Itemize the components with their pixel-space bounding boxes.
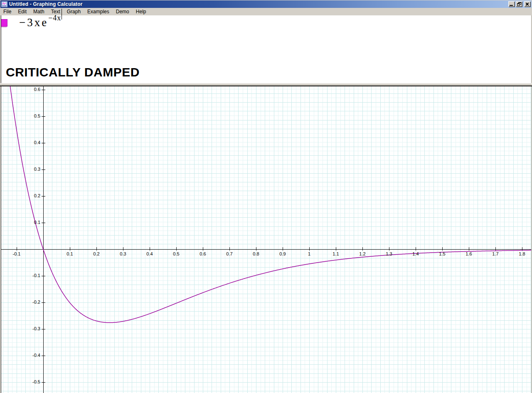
x-tick-label: 1.2 (359, 251, 365, 256)
y-tick (42, 302, 45, 303)
graph-pane[interactable]: -0.10.10.20.30.40.50.60.70.80.911.11.21.… (0, 86, 532, 393)
pane-splitter[interactable] (0, 83, 532, 86)
restore-button[interactable] (516, 1, 522, 7)
y-tick-label: 0.2 (0, 193, 40, 198)
y-tick (42, 329, 45, 329)
x-tick (469, 247, 469, 251)
menu-item-demo[interactable]: Demo (113, 8, 133, 15)
y-tick-label: -0.1 (0, 273, 40, 278)
menubar: File Edit Math Text Graph Examples Demo … (1, 8, 531, 15)
x-tick (389, 247, 389, 251)
app-icon[interactable] (1, 1, 8, 7)
x-tick (176, 247, 177, 251)
x-tick (416, 247, 416, 251)
x-tick (96, 247, 97, 251)
minimize-button[interactable] (508, 1, 515, 7)
x-tick-label: 1.3 (386, 251, 392, 256)
pane-border (0, 15, 1, 83)
x-tick (150, 247, 150, 251)
formula-pane[interactable]: −3xe−4x CRITICALLY DAMPED (0, 15, 532, 83)
y-tick-label: -0.4 (0, 353, 40, 358)
x-tick (442, 247, 443, 251)
x-tick (309, 247, 310, 251)
x-tick-label: 0.4 (146, 251, 153, 256)
equation-exponent: −4x (48, 14, 61, 22)
y-tick-label: 0.1 (0, 220, 40, 225)
x-tick-label: 1.6 (466, 251, 472, 256)
curve-canvas (0, 86, 532, 393)
x-tick-label: 0.5 (173, 251, 179, 256)
y-tick (42, 223, 45, 223)
x-tick-label: 0.8 (253, 251, 259, 256)
y-tick (42, 276, 45, 276)
y-tick (42, 169, 45, 170)
x-tick (522, 247, 522, 251)
y-tick-label: -0.5 (0, 379, 40, 384)
y-tick (42, 196, 45, 196)
x-tick (283, 247, 283, 251)
x-tick-label: 0.3 (120, 251, 126, 256)
x-tick-label: 0.6 (200, 251, 206, 256)
x-tick-label: 0.1 (66, 251, 73, 256)
minimize-icon (510, 5, 513, 6)
x-tick-label: 0.2 (93, 251, 99, 256)
y-tick-label: 0.6 (0, 87, 40, 92)
y-tick-label: 0.5 (0, 113, 40, 118)
y-tick (42, 356, 45, 356)
x-tick-label: 1 (308, 251, 310, 256)
x-tick (256, 247, 256, 251)
y-tick (42, 382, 45, 383)
window-controls (508, 1, 531, 7)
window-title: Untitled - Graphing Calculator (9, 1, 83, 7)
x-tick (495, 247, 496, 251)
function-curve (0, 86, 532, 323)
menu-item-help[interactable]: Help (133, 8, 150, 15)
x-tick-label: 1.1 (332, 251, 339, 256)
x-tick-label: 1.7 (492, 251, 498, 256)
x-tick-label: 1.4 (412, 251, 419, 256)
x-tick-label: 0.7 (226, 251, 232, 256)
x-tick-label: 1.8 (519, 251, 525, 256)
menu-item-graph[interactable]: Graph (64, 8, 84, 15)
pane-border (0, 86, 1, 393)
menu-item-file[interactable]: File (1, 8, 15, 15)
y-tick-label: 0.3 (0, 167, 40, 172)
x-tick (336, 247, 336, 251)
y-tick-label: 0.4 (0, 140, 40, 145)
x-tick (362, 247, 363, 251)
x-tick-label: 0.9 (279, 251, 286, 256)
y-tick (42, 143, 45, 143)
menu-item-math[interactable]: Math (30, 8, 48, 15)
y-tick-label: -0.2 (0, 300, 40, 305)
equation-input[interactable]: −3xe−4x (19, 15, 62, 29)
app-window: Untitled - Graphing Calculator File Edit… (0, 0, 532, 393)
x-tick (70, 247, 70, 251)
x-tick (203, 247, 203, 251)
menu-item-edit[interactable]: Edit (15, 8, 30, 15)
close-button[interactable] (524, 1, 531, 7)
x-tick (17, 247, 17, 251)
x-tick-label: 1.5 (439, 251, 445, 256)
x-tick-label: -0.1 (13, 251, 21, 256)
equation-base: −3xe (19, 16, 48, 29)
x-tick (229, 247, 230, 251)
y-tick-label: -0.3 (0, 326, 40, 331)
y-tick (42, 90, 45, 90)
titlebar[interactable]: Untitled - Graphing Calculator (0, 0, 532, 8)
y-tick (42, 116, 45, 117)
menu-item-examples[interactable]: Examples (84, 8, 113, 15)
text-cursor (62, 9, 62, 20)
x-tick (123, 247, 123, 251)
annotation-text[interactable]: CRITICALLY DAMPED (6, 65, 140, 79)
